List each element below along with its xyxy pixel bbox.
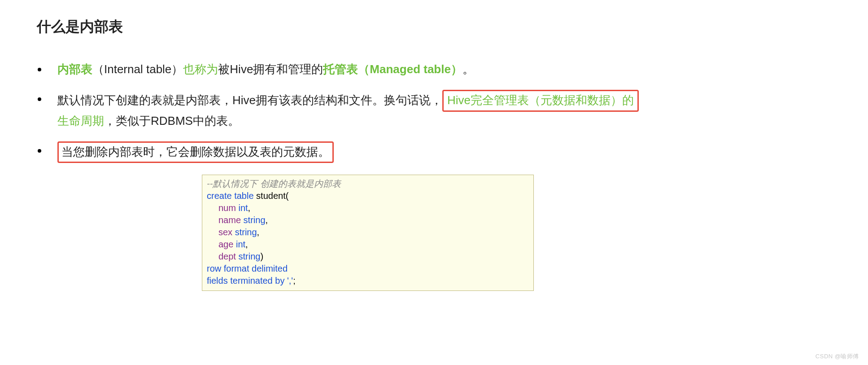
text: 被Hive拥有和管理的 <box>218 62 323 76</box>
text-green-bold: 内部表 <box>57 62 92 76</box>
code-keyword: create table <box>207 191 256 201</box>
code-keyword: row format delimited <box>207 264 288 273</box>
code-column: sex <box>218 227 235 237</box>
text-green: 也称为 <box>183 62 218 76</box>
highlight-box: Hive完全管理表（元数据和数据）的 <box>442 90 639 111</box>
bullet-dot-icon <box>38 68 41 71</box>
code-type: string <box>238 251 260 261</box>
document-page: 什么是内部表 内部表（Internal table）也称为被Hive拥有和管理的… <box>0 0 868 365</box>
code-ident: student( <box>256 191 288 201</box>
code-punct: , <box>248 203 251 213</box>
bullet-item-3: 当您删除内部表时，它会删除数据以及表的元数据。 <box>38 141 832 163</box>
code-punct: ) <box>260 251 263 261</box>
code-column: age <box>218 239 236 249</box>
code-punct: , <box>245 239 248 249</box>
code-keyword: fields terminated by <box>207 276 287 286</box>
code-type: int <box>238 203 248 213</box>
text-green-bold: 托管表（Managed table） <box>323 62 462 76</box>
text: ，类似于RDBMS中的表。 <box>104 114 240 128</box>
code-block: --默认情况下 创建的表就是内部表 create table student( … <box>202 175 534 291</box>
code-column: name <box>218 215 244 225</box>
code-type: string <box>235 227 257 237</box>
code-comment: --默认情况下 创建的表就是内部表 <box>207 179 341 189</box>
bullet-list: 内部表（Internal table）也称为被Hive拥有和管理的托管表（Man… <box>36 60 832 163</box>
bullet-item-2: 默认情况下创建的表就是内部表，Hive拥有该表的结构和文件。换句话说，Hive完… <box>38 90 832 130</box>
text-green: 生命周期 <box>57 114 104 128</box>
bullet-dot-icon <box>38 97 41 101</box>
text: 当您删除内部表时，它会删除数据以及表的元数据。 <box>61 145 330 158</box>
text: 默认情况下创建的表就是内部表，Hive拥有该表的结构和文件。换句话说， <box>57 93 442 107</box>
code-type: int <box>236 239 245 249</box>
bullet-body-2: 默认情况下创建的表就是内部表，Hive拥有该表的结构和文件。换句话说，Hive完… <box>57 90 708 130</box>
text-green: Hive完全管理表（元数据和数据）的 <box>447 93 634 107</box>
code-punct: ; <box>293 276 296 286</box>
text: 。 <box>462 62 474 76</box>
code-string: ',' <box>287 276 293 286</box>
bullet-item-1: 内部表（Internal table）也称为被Hive拥有和管理的托管表（Man… <box>38 60 832 78</box>
highlight-box: 当您删除内部表时，它会删除数据以及表的元数据。 <box>57 141 334 163</box>
page-title: 什么是内部表 <box>37 17 832 37</box>
code-type: string <box>244 215 266 225</box>
text: （Internal table） <box>92 62 183 76</box>
code-punct: , <box>257 227 260 237</box>
bullet-body-1: 内部表（Internal table）也称为被Hive拥有和管理的托管表（Man… <box>57 60 708 78</box>
code-column: dept <box>218 251 238 261</box>
code-punct: , <box>266 215 268 225</box>
watermark: CSDN @喻师傅 <box>816 352 859 361</box>
bullet-body-3: 当您删除内部表时，它会删除数据以及表的元数据。 <box>57 141 708 163</box>
bullet-dot-icon <box>38 149 41 153</box>
code-column: num <box>218 203 238 213</box>
